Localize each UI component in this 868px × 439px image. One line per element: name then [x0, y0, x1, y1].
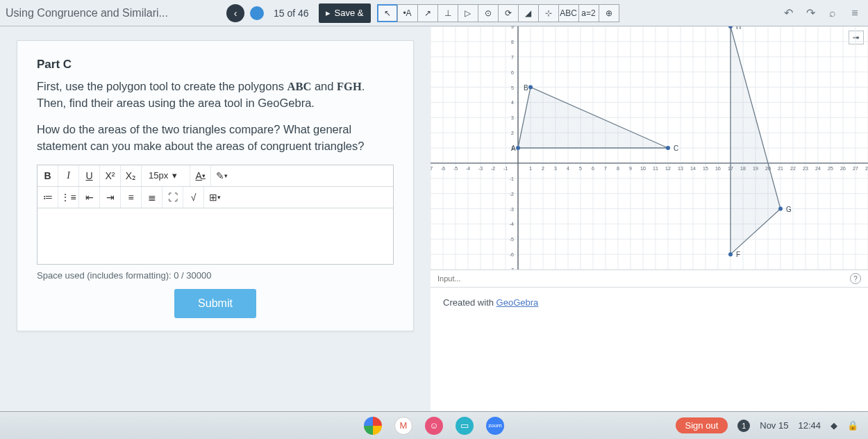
ggb-tool-slider[interactable]: a=2	[578, 4, 599, 22]
svg-point-110	[666, 146, 670, 150]
ggb-tool-circle[interactable]: ⊙	[478, 4, 499, 22]
save-icon: ▸	[326, 8, 331, 18]
svg-text:-3: -3	[478, 166, 483, 171]
subscript-button[interactable]: X₂	[121, 165, 142, 186]
highlight-button[interactable]: ✎ ▾	[211, 165, 232, 186]
editor-row-1: B I U X² X₂ 15px▾ A ▾ ✎ ▾	[37, 165, 393, 187]
app-icon-teal[interactable]: ▭	[456, 417, 474, 435]
notification-badge[interactable]: 1	[737, 420, 750, 432]
progress-dot	[250, 6, 264, 20]
svg-point-116	[728, 26, 733, 28]
svg-text:-4: -4	[466, 166, 470, 171]
main-area: Part C First, use the polygon tool to cr…	[0, 26, 868, 411]
editor-textarea[interactable]	[37, 208, 393, 264]
chevron-down-icon: ▾	[224, 172, 228, 179]
graph-canvas[interactable]: -7-6-5-4-3-2-112345678910111213141516171…	[431, 26, 868, 270]
prev-button[interactable]: ‹	[226, 4, 244, 22]
svg-text:-5: -5	[510, 237, 514, 242]
ggb-tool-move[interactable]: ⊕	[599, 4, 619, 22]
svg-text:2: 2	[511, 131, 514, 135]
prompt-bold-fgh: FGH	[337, 80, 362, 93]
ggb-tool-perp[interactable]: ⊥	[437, 4, 458, 22]
svg-point-108	[528, 85, 533, 90]
save-button[interactable]: ▸ Save &	[319, 3, 371, 23]
bold-button[interactable]: B	[37, 165, 58, 186]
font-size-select[interactable]: 15px▾	[142, 165, 190, 186]
svg-point-114	[778, 207, 783, 211]
ggb-tool-angle[interactable]: ◢	[518, 4, 539, 22]
table-icon: ⊞	[209, 192, 217, 203]
svg-text:15: 15	[703, 166, 708, 171]
wifi-icon[interactable]: ◆	[831, 420, 837, 431]
insert-image-button[interactable]: ⛶	[162, 187, 183, 208]
svg-text:16: 16	[715, 166, 721, 171]
save-label: Save &	[335, 8, 364, 18]
ggb-tool-text[interactable]: ABC	[558, 4, 579, 22]
search-icon[interactable]: ⌕	[825, 6, 840, 21]
align-center-button[interactable]: ≡	[121, 187, 142, 208]
svg-text:-2: -2	[491, 166, 495, 171]
insert-table-button[interactable]: ⊞▾	[204, 187, 225, 208]
lock-icon[interactable]: 🔒	[847, 420, 858, 431]
font-size-label: 15px	[149, 170, 168, 181]
menu-icon[interactable]: ≡	[847, 6, 862, 21]
part-label: Part C	[37, 58, 394, 72]
svg-text:2: 2	[542, 166, 544, 171]
submit-button[interactable]: Submit	[174, 289, 256, 318]
chevron-down-icon: ▾	[202, 172, 206, 179]
indent-button[interactable]: ⇥	[100, 187, 121, 208]
page-title: Using Congruence and Similari...	[6, 7, 221, 19]
align-justify-button[interactable]: ≣	[142, 187, 162, 208]
ggb-tool-pointer[interactable]: ↖	[377, 4, 398, 22]
top-bar: Using Congruence and Similari... ‹ 15 of…	[0, 0, 868, 26]
redo-icon[interactable]: ↷	[803, 6, 818, 21]
ggb-tool-reflect[interactable]: ⊹	[538, 4, 559, 22]
chrome-icon[interactable]	[364, 417, 382, 435]
ggb-tool-conic[interactable]: ⟳	[498, 4, 519, 22]
ggb-tool-point[interactable]: •A	[397, 4, 418, 22]
svg-point-106	[516, 146, 520, 150]
ggb-tool-polygon[interactable]: ▷	[458, 4, 478, 22]
taskbar-apps: M ☺ ▭ zoom	[364, 417, 504, 435]
undo-icon[interactable]: ↶	[781, 6, 796, 21]
svg-text:-3: -3	[510, 207, 514, 212]
geogebra-input[interactable]	[437, 274, 819, 283]
svg-text:7: 7	[511, 55, 514, 60]
svg-text:14: 14	[690, 166, 696, 171]
svg-text:13: 13	[678, 166, 683, 171]
italic-button[interactable]: I	[58, 165, 79, 186]
geogebra-link[interactable]: GeoGebra	[496, 297, 539, 308]
svg-text:26: 26	[840, 166, 846, 171]
font-color-label: A	[196, 170, 202, 181]
svg-text:8: 8	[511, 40, 514, 44]
zoom-icon[interactable]: zoom	[486, 417, 504, 435]
app-icon-pink[interactable]: ☺	[425, 417, 443, 435]
highlight-icon: ✎	[216, 170, 224, 181]
svg-point-112	[728, 252, 733, 256]
graph-svg: -7-6-5-4-3-2-112345678910111213141516171…	[431, 26, 868, 270]
gmail-icon[interactable]: M	[394, 417, 412, 435]
ggb-tool-line[interactable]: ↗	[417, 4, 438, 22]
sign-out-button[interactable]: Sign out	[676, 417, 728, 433]
page-indicator: 15 of 46	[274, 8, 309, 19]
credit-prefix: Created with	[443, 297, 496, 308]
underline-button[interactable]: U	[79, 165, 100, 186]
font-color-button[interactable]: A ▾	[190, 165, 211, 186]
outdent-button[interactable]: ⇤	[79, 187, 100, 208]
taskbar-date: Nov 15	[760, 420, 788, 431]
svg-text:-5: -5	[453, 166, 458, 171]
svg-text:24: 24	[815, 166, 821, 171]
question-card: Part C First, use the polygon tool to cr…	[17, 40, 414, 331]
svg-text:C: C	[674, 144, 678, 152]
insert-formula-button[interactable]: √	[183, 187, 204, 208]
ordered-list-button[interactable]: ⋮≡	[58, 187, 79, 208]
superscript-button[interactable]: X²	[100, 165, 121, 186]
svg-text:-4: -4	[510, 222, 514, 226]
svg-text:10: 10	[640, 166, 646, 171]
geogebra-credit: Created with GeoGebra	[443, 297, 538, 308]
geogebra-panel: ➟ -7-6-5-4-3-2-1123456789101112131415161…	[431, 26, 868, 411]
unordered-list-button[interactable]: ≔	[37, 187, 58, 208]
editor-row-2: ≔ ⋮≡ ⇤ ⇥ ≡ ≣ ⛶ √ ⊞▾	[37, 187, 393, 208]
svg-text:3: 3	[554, 166, 557, 171]
info-icon[interactable]: ?	[850, 273, 861, 284]
